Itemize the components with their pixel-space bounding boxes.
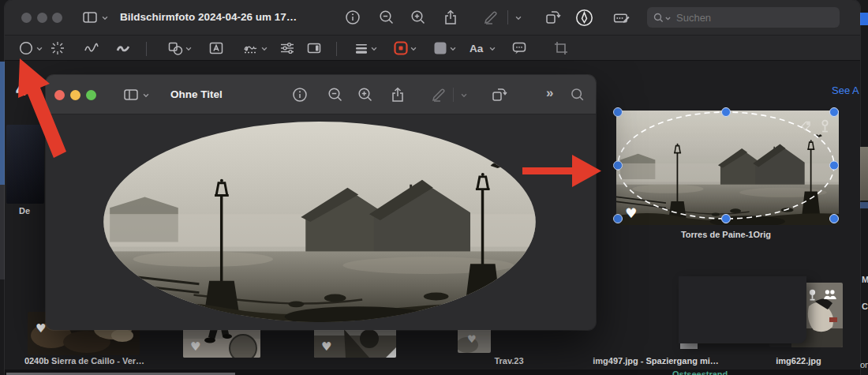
folded-corner (386, 347, 396, 358)
photo-thumbnail-trav[interactable]: ♥ (458, 326, 491, 353)
info-button[interactable] (290, 85, 309, 104)
chevron-down-icon[interactable] (514, 14, 522, 22)
markup-pencil-button[interactable] (429, 85, 448, 104)
sketch-tool-button[interactable] (82, 39, 101, 58)
chevron-down-icon[interactable] (36, 45, 43, 53)
minimize-button[interactable] (70, 90, 80, 100)
untitled-preview-window: Ohne Titel (46, 75, 596, 330)
zoom-in-button[interactable] (409, 8, 428, 27)
zoom-out-icon (378, 9, 395, 26)
photos-left-thumbnail-sliver[interactable] (6, 125, 44, 204)
chevron-down-icon[interactable] (410, 45, 417, 53)
annotation-panel-button[interactable] (305, 39, 324, 58)
zoom-in-button[interactable] (356, 85, 375, 104)
close-button[interactable] (54, 90, 65, 100)
info-icon (291, 86, 309, 103)
minimize-button[interactable] (37, 13, 47, 23)
chevron-down-icon[interactable] (142, 92, 150, 99)
edge-text-on: on (860, 360, 868, 369)
search-input[interactable] (675, 11, 833, 24)
zoom-out-button[interactable] (377, 8, 396, 27)
main-title-bar[interactable]: Bildschirmfoto 2024-04-26 um 17… (5, 0, 860, 35)
shape-style-button[interactable] (352, 39, 371, 58)
toolbar-divider (146, 42, 147, 56)
speech-bubble-icon (511, 39, 528, 57)
untitled-title-bar[interactable]: Ohne Titel (46, 75, 596, 114)
pin-icon (807, 289, 817, 301)
toolbar-divider (507, 10, 508, 24)
rotate-icon (490, 86, 507, 103)
photos-date-heading: 4 (16, 77, 27, 101)
selection-tool-button[interactable] (17, 39, 36, 58)
info-icon (344, 9, 361, 26)
toolbar-divider (453, 88, 454, 102)
chevron-down-icon[interactable] (449, 45, 457, 53)
chevron-down-icon[interactable] (488, 45, 496, 53)
photos-left-caption: De (19, 206, 30, 216)
toolbar-overflow-button[interactable]: » (546, 85, 553, 101)
screen: M C on Bildschirmfoto 2024-04-26 um 17… (0, 0, 868, 375)
sidebar-toggle-button[interactable] (80, 8, 99, 27)
sidebar-icon (81, 9, 99, 26)
form-fill-icon (612, 9, 630, 27)
share-icon (389, 86, 406, 103)
people-icon (823, 289, 836, 300)
pencil-icon (430, 86, 447, 103)
right-sliver-photo (860, 147, 868, 201)
zoom-in-icon (410, 9, 427, 26)
see-all-link[interactable]: See A (832, 84, 859, 96)
favorite-heart-icon[interactable]: ♥ (190, 341, 200, 353)
share-button[interactable] (388, 85, 407, 104)
adjust-button[interactable] (278, 39, 297, 58)
rotate-button[interactable] (489, 85, 508, 104)
border-color-button[interactable] (391, 39, 410, 58)
form-fill-button[interactable] (612, 8, 630, 27)
search-button[interactable] (568, 85, 587, 104)
shapes-button[interactable] (166, 39, 185, 58)
pencil-icon (482, 9, 499, 26)
selection-ellipse-overlay[interactable] (612, 107, 843, 227)
ellipse-cropped-photo[interactable] (101, 121, 538, 323)
markup-pen-circle-icon (575, 9, 593, 27)
close-button[interactable] (21, 13, 32, 23)
shapes-icon (166, 39, 184, 57)
text-tool-button[interactable] (207, 39, 226, 58)
sidebar-toggle-button[interactable] (122, 85, 140, 104)
info-button[interactable] (343, 8, 362, 27)
crop-icon (552, 39, 570, 57)
rotate-button[interactable] (543, 8, 562, 27)
favorite-heart-icon[interactable]: ♥ (467, 333, 477, 345)
window-title: Bildschirmfoto 2024-04-26 um 17… (120, 11, 297, 23)
signature-icon (242, 39, 260, 57)
fullscreen-button[interactable] (86, 90, 96, 100)
chevron-down-icon[interactable] (460, 92, 468, 99)
chevron-down-icon[interactable] (370, 45, 378, 53)
zoom-in-icon (357, 86, 374, 103)
text-style-button[interactable]: Aa (470, 43, 483, 54)
crop-button[interactable] (552, 39, 571, 58)
markup-toolbar: Aa (5, 35, 860, 61)
chevron-down-icon[interactable] (664, 15, 672, 22)
rotate-icon (544, 9, 561, 26)
description-button[interactable] (510, 39, 529, 58)
line-weight-icon (353, 39, 370, 57)
markup-mode-button[interactable] (574, 8, 593, 27)
share-button[interactable] (441, 8, 460, 27)
chevron-down-icon[interactable] (185, 45, 193, 53)
panel-icon (305, 39, 323, 57)
search-field[interactable] (647, 7, 840, 28)
share-icon (442, 9, 459, 26)
favorite-heart-icon[interactable]: ♥ (321, 341, 331, 353)
favorite-heart-icon[interactable]: ♥ (36, 323, 46, 335)
zoom-out-button[interactable] (326, 85, 345, 104)
right-desktop-sliver: M C on (860, 0, 868, 375)
chevron-down-icon[interactable] (101, 14, 109, 22)
sign-button[interactable] (241, 39, 260, 58)
selection-handles (614, 108, 839, 223)
fill-color-button[interactable] (431, 39, 450, 58)
instant-alpha-button[interactable] (48, 39, 67, 58)
markup-pencil-button[interactable] (481, 8, 500, 27)
draw-tool-button[interactable] (114, 39, 133, 58)
fullscreen-button[interactable] (52, 13, 62, 23)
chevron-down-icon[interactable] (260, 45, 268, 53)
